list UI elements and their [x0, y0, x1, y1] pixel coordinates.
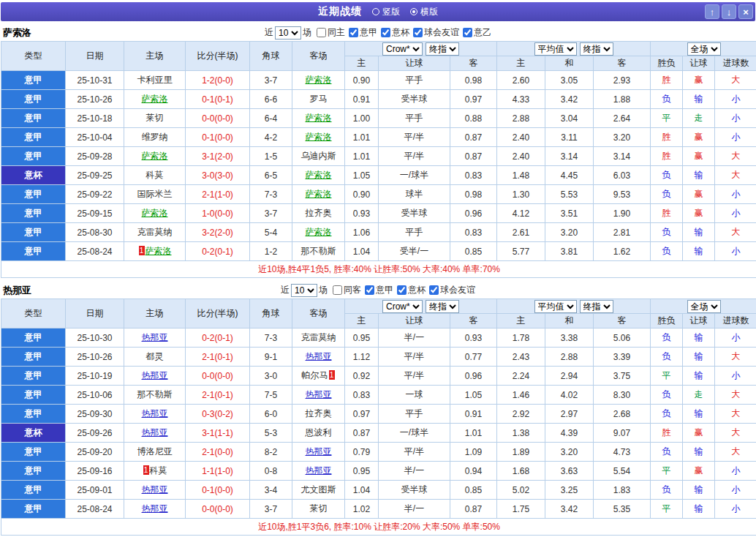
team-link[interactable]: 热那亚 — [142, 427, 168, 438]
filter-checkbox-input[interactable] — [413, 28, 423, 37]
team-link[interactable]: 萨索洛 — [306, 132, 332, 142]
team-link[interactable]: 都灵 — [146, 351, 164, 361]
team-link[interactable]: 克雷莫纳 — [137, 227, 173, 237]
score-cell[interactable]: 0-2(0-1) — [186, 242, 250, 261]
filter-checkbox[interactable]: 球会友谊 — [409, 26, 459, 39]
team-link[interactable]: 热那亚 — [306, 389, 332, 399]
team-link[interactable]: 拉齐奥 — [306, 208, 332, 218]
team-link[interactable]: 热那亚 — [306, 351, 332, 361]
filter-checkbox-input[interactable] — [365, 285, 374, 295]
avg-time-select[interactable]: 终指 — [580, 42, 613, 56]
avg-time-select[interactable]: 终指 — [580, 300, 613, 313]
score-cell[interactable]: 0-0(0-0) — [186, 367, 250, 386]
filter-checkbox[interactable]: 意杯 — [393, 284, 426, 296]
match-count-select[interactable]: 10 — [275, 26, 301, 40]
team-link[interactable]: 恩波利 — [306, 427, 332, 438]
score-cell[interactable]: 3-0(3-0) — [186, 166, 250, 185]
team-link[interactable]: 维罗纳 — [142, 132, 168, 142]
team-link[interactable]: 那不勒斯 — [137, 389, 173, 399]
team-link[interactable]: 热那亚 — [142, 503, 168, 514]
score-cell[interactable]: 0-0(0-0) — [186, 500, 250, 519]
score-cell[interactable]: 0-1(0-0) — [186, 481, 250, 500]
team-link[interactable]: 萨索洛 — [142, 151, 168, 161]
score-cell[interactable]: 2-1(0-0) — [186, 443, 250, 462]
filter-checkbox-input[interactable] — [429, 285, 439, 295]
filter-checkbox-input[interactable] — [381, 28, 390, 37]
team-link[interactable]: 萨索洛 — [306, 75, 332, 85]
avg-source-select[interactable]: 平均值 — [534, 42, 577, 56]
team-link[interactable]: 萨索洛 — [306, 227, 332, 237]
scope-select[interactable]: 全场 — [687, 42, 721, 56]
layout-radio-vertical[interactable]: 竖版 — [372, 6, 400, 18]
team-link[interactable]: 拉齐奥 — [306, 408, 332, 418]
close-button[interactable]: × — [738, 4, 753, 19]
scope-select[interactable]: 全场 — [687, 300, 721, 313]
red-card-badge: 1 — [143, 465, 149, 475]
score-cell[interactable]: 0-1(0-1) — [186, 90, 250, 109]
team-link[interactable]: 科莫 — [150, 465, 167, 476]
team-link[interactable]: 科莫 — [146, 170, 164, 180]
team-link[interactable]: 克雷莫纳 — [301, 332, 336, 342]
filter-checkbox[interactable]: 球会友谊 — [426, 284, 475, 296]
team-link[interactable]: 萨索洛 — [306, 113, 332, 123]
move-down-button[interactable]: ↓ — [722, 4, 736, 19]
odds-time-select[interactable]: 终指 — [426, 300, 459, 313]
filter-checkbox[interactable]: 意甲 — [345, 26, 377, 39]
team-link[interactable]: 卡利亚里 — [137, 75, 173, 85]
score-cell[interactable]: 3-1(1-1) — [186, 424, 250, 443]
match-count-select[interactable]: 10 — [291, 284, 317, 297]
filter-checkbox[interactable]: 同主 — [313, 26, 345, 39]
team-link[interactable]: 帕尔马 — [302, 370, 328, 380]
team-link[interactable]: 尤文图斯 — [301, 484, 336, 495]
filter-checkbox-input[interactable] — [349, 28, 358, 37]
odds-source-select[interactable]: Crow* — [382, 42, 423, 56]
team-link[interactable]: 热那亚 — [142, 408, 168, 418]
score-cell[interactable]: 2-1(0-1) — [186, 348, 250, 367]
team-link[interactable]: 乌迪内斯 — [301, 151, 336, 161]
team-link[interactable]: 莱切 — [146, 113, 164, 123]
team-link[interactable]: 博洛尼亚 — [137, 446, 173, 457]
avg-source-select[interactable]: 平均值 — [534, 300, 577, 313]
score-cell[interactable]: 0-3(0-2) — [186, 405, 250, 424]
team-link[interactable]: 那不勒斯 — [301, 246, 336, 256]
score-cell[interactable]: 0-1(0-0) — [186, 128, 250, 147]
move-up-button[interactable]: ↑ — [705, 4, 719, 19]
team-link[interactable]: 萨索洛 — [142, 94, 168, 104]
odds-source-select[interactable]: Crow* — [382, 300, 423, 313]
team-link[interactable]: 萨索洛 — [142, 208, 168, 218]
score-cell[interactable]: 0-2(0-1) — [186, 328, 250, 348]
score-cell[interactable]: 1-1(1-0) — [186, 462, 250, 481]
team-link[interactable]: 国际米兰 — [137, 189, 173, 199]
score-cell[interactable]: 3-2(2-0) — [186, 223, 250, 242]
filter-checkbox[interactable]: 意杯 — [377, 26, 409, 39]
score-cell[interactable]: 2-1(0-1) — [186, 386, 250, 405]
filter-checkbox-input[interactable] — [397, 285, 407, 295]
team-link[interactable]: 热那亚 — [306, 465, 332, 476]
team-link[interactable]: 热那亚 — [142, 484, 168, 495]
matches-table: 类型 日期 主场 比分(半场) 角球 客场 Crow*终指 平均值终指 全场 — [1, 298, 756, 536]
filter-checkbox[interactable]: 意甲 — [361, 284, 393, 296]
odds-time-select[interactable]: 终指 — [426, 42, 459, 56]
filter-checkbox[interactable]: 意乙 — [459, 26, 491, 39]
team-link[interactable]: 萨索洛 — [145, 246, 172, 256]
home-team-cell: 萨索洛 — [124, 204, 186, 223]
team-link[interactable]: 罗马 — [310, 94, 328, 104]
team-link[interactable]: 萨索洛 — [306, 170, 332, 180]
result-goals-cell: 小 — [715, 328, 756, 348]
score-cell[interactable]: 1-0(0-0) — [186, 204, 250, 223]
team-link[interactable]: 热那亚 — [142, 370, 168, 380]
team-link[interactable]: 热那亚 — [306, 446, 332, 457]
filter-checkbox[interactable]: 同客 — [329, 284, 361, 296]
team-link[interactable]: 热那亚 — [142, 332, 168, 342]
filter-checkbox-input[interactable] — [317, 28, 326, 37]
team-link[interactable]: 莱切 — [310, 503, 328, 514]
score-cell[interactable]: 1-2(0-0) — [186, 71, 250, 90]
score-cell[interactable]: 2-1(1-0) — [186, 185, 250, 204]
score-cell[interactable]: 3-1(2-0) — [186, 147, 250, 166]
filter-checkbox-input[interactable] — [463, 28, 472, 37]
layout-radio-horizontal[interactable]: 横版 — [410, 6, 438, 18]
handicap-cell: 半/一 — [379, 462, 450, 481]
filter-checkbox-input[interactable] — [333, 285, 342, 295]
score-cell[interactable]: 0-0(0-0) — [186, 109, 250, 128]
team-link[interactable]: 萨索洛 — [306, 189, 332, 199]
